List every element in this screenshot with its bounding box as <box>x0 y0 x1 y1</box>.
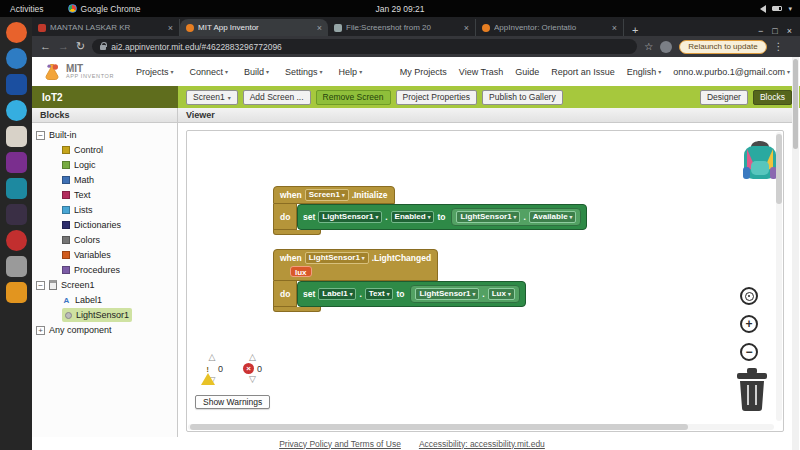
triangle-up-icon[interactable]: △ <box>209 353 216 362</box>
palette-item-colors[interactable]: Colors <box>62 233 173 247</box>
system-tray[interactable]: ▾ <box>760 5 800 13</box>
menu-help[interactable]: Help▾ <box>339 67 363 77</box>
component-item-label1[interactable]: A Label1 <box>62 293 173 307</box>
blocks-workspace[interactable]: when Screen1▾ .Initialize do set LightSe… <box>186 130 784 432</box>
dock-icon[interactable] <box>6 204 27 225</box>
forward-icon[interactable]: → <box>58 41 69 52</box>
remove-screen-button[interactable]: Remove Screen <box>316 90 391 105</box>
browser-tab[interactable]: AppInventor: Orientatio × <box>476 19 624 36</box>
show-warnings-button[interactable]: Show Warnings <box>195 395 270 409</box>
browser-tab-active[interactable]: MIT App Inventor × <box>180 19 328 36</box>
dock-icon[interactable] <box>6 282 27 303</box>
mit-app-inventor-logo[interactable]: MIT APP INVENTOR <box>42 62 114 82</box>
dock-icon[interactable] <box>6 126 27 147</box>
accessibility-link[interactable]: Accessibility: accessibility.mit.edu <box>419 439 545 449</box>
tree-node-built-in[interactable]: − Built-in <box>36 128 173 142</box>
triangle-down-icon[interactable]: ▽ <box>249 375 256 384</box>
back-icon[interactable]: ← <box>40 41 51 52</box>
block-set-label-text[interactable]: set Label1▾ . Text▾ to LightSensor1▾ . L… <box>297 281 526 307</box>
dock-icon[interactable] <box>6 256 27 277</box>
zoom-in-button[interactable]: + <box>740 315 758 333</box>
dock-icon[interactable] <box>6 230 27 251</box>
privacy-policy-link[interactable]: Privacy Policy and Terms of Use <box>279 439 401 449</box>
bookmark-star-icon[interactable]: ☆ <box>644 41 653 52</box>
property-dropdown[interactable]: Enabled▾ <box>391 211 435 223</box>
dock-icon[interactable] <box>6 48 27 69</box>
block-get-lightsensor-lux[interactable]: LightSensor1▾ . Lux▾ <box>410 285 519 303</box>
collapse-icon[interactable]: − <box>36 281 45 290</box>
component-dropdown[interactable]: Label1▾ <box>318 288 356 300</box>
collapse-icon[interactable]: − <box>36 131 45 140</box>
address-bar[interactable]: ai2.appinventor.mit.edu/#462288329677209… <box>92 39 637 54</box>
menu-projects[interactable]: Projects▾ <box>136 67 174 77</box>
component-dropdown[interactable]: LightSensor1▾ <box>456 211 520 223</box>
tab-close-icon[interactable]: × <box>317 23 322 33</box>
blocks-button[interactable]: Blocks <box>753 90 792 105</box>
my-projects-link[interactable]: My Projects <box>400 67 447 77</box>
account-menu[interactable]: onno.w.purbo.1@gmail.com▾ <box>673 67 790 77</box>
page-scrollbar[interactable] <box>792 57 799 450</box>
palette-item-lists[interactable]: Lists <box>62 203 173 217</box>
browser-tab[interactable]: File:Screenshot from 20 × <box>328 19 476 36</box>
palette-item-text[interactable]: Text <box>62 188 173 202</box>
guide-link[interactable]: Guide <box>515 67 539 77</box>
backpack-icon[interactable] <box>739 137 781 185</box>
browser-menu-icon[interactable]: ⋮ <box>774 41 784 52</box>
palette-item-procedures[interactable]: Procedures <box>62 263 173 277</box>
add-screen-button[interactable]: Add Screen ... <box>243 90 311 105</box>
language-selector[interactable]: English▾ <box>627 67 662 77</box>
palette-item-dictionaries[interactable]: Dictionaries <box>62 218 173 232</box>
event-parameter-lux[interactable]: lux <box>290 266 312 277</box>
publish-to-gallery-button[interactable]: Publish to Gallery <box>482 90 563 105</box>
component-dropdown[interactable]: Screen1▾ <box>305 189 349 201</box>
view-trash-link[interactable]: View Trash <box>459 67 503 77</box>
screen-selector-button[interactable]: Screen1▾ <box>186 90 238 105</box>
warnings-indicator[interactable]: △ ! 0 ▽ <box>201 353 223 385</box>
palette-item-control[interactable]: Control <box>62 143 173 157</box>
block-get-lightsensor-available[interactable]: LightSensor1▾ . Available▾ <box>451 208 581 226</box>
property-dropdown[interactable]: Available▾ <box>529 211 577 223</box>
reload-icon[interactable]: ↻ <box>76 41 85 52</box>
dock-icon[interactable] <box>6 178 27 199</box>
tree-node-any-component[interactable]: + Any component <box>36 323 173 337</box>
block-when-lightsensor-lightchanged[interactable]: when LightSensor1▾ .LightChanged lux do … <box>273 249 526 312</box>
vertical-scrollbar[interactable] <box>776 132 782 421</box>
palette-item-math[interactable]: Math <box>62 173 173 187</box>
component-item-lightsensor1-selected[interactable]: LightSensor1 <box>62 308 132 322</box>
tab-close-icon[interactable]: × <box>464 23 469 33</box>
component-dropdown[interactable]: LightSensor1▾ <box>305 252 369 264</box>
close-icon[interactable]: × <box>787 26 792 36</box>
tab-close-icon[interactable]: × <box>168 23 173 33</box>
menu-build[interactable]: Build▾ <box>244 67 269 77</box>
dock-icon[interactable] <box>6 74 27 95</box>
errors-indicator[interactable]: △ × 0 ▽ <box>243 353 262 385</box>
triangle-up-icon[interactable]: △ <box>249 353 256 362</box>
zoom-out-button[interactable]: − <box>740 343 758 361</box>
relaunch-to-update-button[interactable]: Relaunch to update <box>679 40 766 54</box>
minimize-icon[interactable]: − <box>758 26 763 36</box>
project-properties-button[interactable]: Project Properties <box>396 90 478 105</box>
dock-icon[interactable] <box>6 100 27 121</box>
designer-button[interactable]: Designer <box>700 90 748 105</box>
palette-item-variables[interactable]: Variables <box>62 248 173 262</box>
palette-item-logic[interactable]: Logic <box>62 158 173 172</box>
new-tab-button[interactable]: + <box>624 24 646 36</box>
dock-icon[interactable] <box>6 152 27 173</box>
menu-connect[interactable]: Connect▾ <box>189 67 228 77</box>
maximize-icon[interactable]: □ <box>772 26 777 36</box>
tab-close-icon[interactable]: × <box>612 23 617 33</box>
tree-node-screen1[interactable]: − Screen1 <box>36 278 173 292</box>
trash-can[interactable] <box>732 365 772 415</box>
browser-tab[interactable]: MANTAN LASKAR KR × <box>32 19 180 36</box>
component-dropdown[interactable]: LightSensor1▾ <box>415 288 479 300</box>
component-dropdown[interactable]: LightSensor1▾ <box>318 211 382 223</box>
profile-avatar[interactable] <box>660 41 672 53</box>
dock-icon[interactable] <box>6 22 27 43</box>
horizontal-scrollbar[interactable] <box>188 424 774 430</box>
property-dropdown[interactable]: Lux▾ <box>488 288 515 300</box>
property-dropdown[interactable]: Text▾ <box>365 288 394 300</box>
active-app-label[interactable]: Google Chrome <box>81 4 141 14</box>
block-when-screen1-initialize[interactable]: when Screen1▾ .Initialize do set LightSe… <box>273 186 587 235</box>
menu-settings[interactable]: Settings▾ <box>285 67 323 77</box>
expand-icon[interactable]: + <box>36 326 45 335</box>
